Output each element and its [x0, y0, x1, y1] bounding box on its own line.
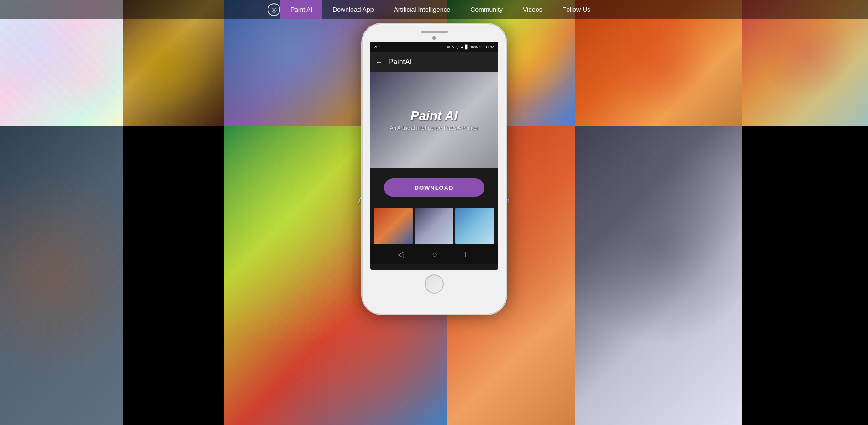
nav-item-videos[interactable]: Videos — [513, 0, 552, 19]
nav-item-follow-us[interactable]: Follow Us — [552, 0, 600, 19]
phone-download-button[interactable]: DOWNLOAD — [384, 178, 484, 197]
phone-speaker — [421, 31, 448, 33]
navigation: ◎ Paint AI Download App Artificial Intel… — [0, 0, 868, 19]
phone-thumbnails — [370, 208, 498, 244]
phone-camera — [432, 36, 436, 40]
art-tile-redhead — [0, 126, 123, 425]
phone-thumb-3[interactable] — [455, 208, 494, 244]
phone-thumb-1[interactable] — [374, 208, 413, 244]
phone-status-icons: ⊕ N ▽ ▲ ▋ 96% 1:30 PM — [447, 45, 494, 49]
phone-android-nav: ◁ ○ □ — [370, 244, 498, 264]
nav-item-download-app[interactable]: Download App — [322, 0, 384, 19]
phone-app-title: PaintAI — [389, 58, 412, 66]
nav-links: Paint AI Download App Artificial Intelli… — [280, 0, 600, 19]
phone-mockup: 22° ⊕ N ▽ ▲ ▋ 96% 1:30 PM ← PaintAI Pain… — [357, 23, 512, 333]
phone-thumb-2[interactable] — [415, 208, 453, 244]
phone-main-image: Paint AI An Artificial Intelligence That… — [370, 72, 498, 168]
phone-outer: 22° ⊕ N ▽ ▲ ▋ 96% 1:30 PM ← PaintAI Pain… — [361, 23, 507, 315]
nav-item-paint-ai[interactable]: Paint AI — [280, 0, 322, 19]
phone-nav-recent[interactable]: □ — [465, 250, 470, 259]
logo[interactable]: ◎ — [268, 3, 280, 16]
art-tile-11 — [575, 126, 742, 425]
phone-download-area: DOWNLOAD — [370, 172, 498, 203]
phone-app-tagline: An Artificial Intelligence That's A Pain… — [390, 125, 478, 131]
art-tile-center — [123, 126, 224, 425]
phone-app-bar: ← PaintAI — [370, 52, 498, 72]
logo-icon: ◎ — [271, 6, 277, 13]
phone-status-bar: 22° ⊕ N ▽ ▲ ▋ 96% 1:30 PM — [370, 42, 498, 52]
phone-screen: 22° ⊕ N ▽ ▲ ▋ 96% 1:30 PM ← PaintAI Pain… — [370, 42, 498, 270]
phone-home-button[interactable] — [425, 274, 444, 294]
phone-nav-back[interactable]: ◁ — [398, 249, 404, 259]
nav-item-ai[interactable]: Artificial Intelligence — [384, 0, 461, 19]
nav-item-community[interactable]: Community — [460, 0, 513, 19]
phone-bottom — [363, 274, 506, 294]
phone-nav-home[interactable]: ○ — [432, 250, 437, 259]
phone-back-button[interactable]: ← — [376, 58, 383, 66]
phone-temperature: 22° — [374, 45, 380, 49]
phone-app-name: Paint AI — [410, 109, 458, 123]
